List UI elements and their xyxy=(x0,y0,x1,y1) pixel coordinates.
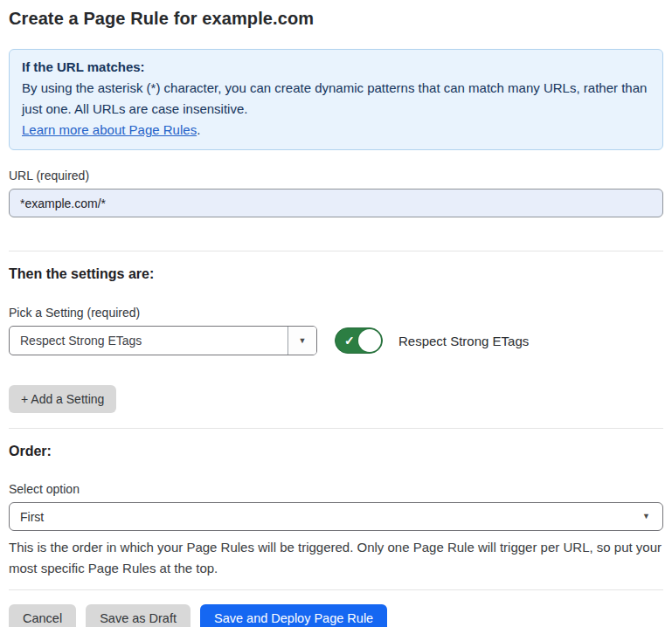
learn-more-link[interactable]: Learn more about Page Rules xyxy=(22,122,197,137)
order-select[interactable]: First ▼ xyxy=(9,502,663,531)
save-as-draft-button[interactable]: Save as Draft xyxy=(86,604,191,627)
order-select-label: Select option xyxy=(9,482,663,496)
save-and-deploy-button[interactable]: Save and Deploy Page Rule xyxy=(200,604,387,627)
callout-heading: If the URL matches: xyxy=(22,57,650,78)
order-heading: Order: xyxy=(9,444,663,459)
link-suffix: . xyxy=(197,122,200,137)
page-rule-form: Create a Page Rule for example.com If th… xyxy=(0,9,672,627)
cancel-button[interactable]: Cancel xyxy=(9,604,76,627)
callout-link-line: Learn more about Page Rules. xyxy=(22,120,650,141)
page-title: Create a Page Rule for example.com xyxy=(9,9,663,29)
order-help-text: This is the order in which your Page Rul… xyxy=(9,537,663,579)
setting-select-value: Respect Strong ETags xyxy=(10,327,288,355)
setting-select[interactable]: Respect Strong ETags ▼ xyxy=(9,326,317,355)
toggle-knob xyxy=(358,329,381,352)
settings-heading: Then the settings are: xyxy=(9,266,663,282)
url-input[interactable] xyxy=(9,189,663,217)
chevron-down-icon: ▼ xyxy=(642,513,650,520)
chevron-down-icon: ▼ xyxy=(299,337,307,345)
setting-toggle[interactable]: ✓ xyxy=(335,327,383,354)
section-divider xyxy=(9,428,663,429)
section-divider xyxy=(9,251,663,251)
callout-body: By using the asterisk (*) character, you… xyxy=(22,78,650,120)
url-matches-callout: If the URL matches: By using the asteris… xyxy=(9,49,663,150)
pick-setting-label: Pick a Setting (required) xyxy=(9,306,663,320)
setting-select-arrow-button[interactable]: ▼ xyxy=(288,327,316,355)
actions-divider xyxy=(9,589,663,590)
setting-row: Respect Strong ETags ▼ ✓ Respect Strong … xyxy=(9,326,663,355)
order-select-value: First xyxy=(20,510,642,524)
check-icon: ✓ xyxy=(344,334,355,347)
actions-bar: Cancel Save as Draft Save and Deploy Pag… xyxy=(9,604,663,627)
setting-toggle-label: Respect Strong ETags xyxy=(398,334,529,348)
add-setting-button[interactable]: + Add a Setting xyxy=(9,385,116,413)
url-field-label: URL (required) xyxy=(9,169,663,183)
